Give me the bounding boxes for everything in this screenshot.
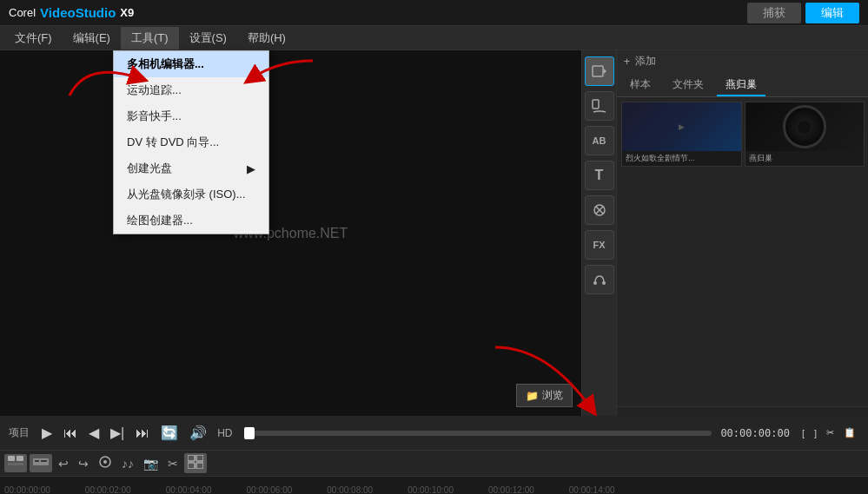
step-back-button[interactable]: ◀ <box>85 423 103 443</box>
tl-undo-btn[interactable]: ↩ <box>55 455 72 472</box>
svg-rect-16 <box>188 463 195 469</box>
add-media-btn[interactable]: + 添加 <box>624 54 656 69</box>
svg-rect-6 <box>8 456 15 461</box>
menu-motion-track[interactable]: 运动追踪... <box>114 77 268 103</box>
svg-rect-2 <box>593 100 599 109</box>
preview-area: www.pchome.NET <box>0 50 581 416</box>
thumb-label-2: 燕归巢 <box>745 151 865 166</box>
thumb-img-1: ▶ <box>622 102 741 151</box>
app-logo: Corel VideoStudio X9 <box>9 5 134 20</box>
svg-rect-15 <box>196 455 203 461</box>
step-forward-button[interactable]: ▶| <box>107 423 128 443</box>
media-thumb-2[interactable]: 燕归巢 <box>745 102 865 167</box>
logo-corel: Corel <box>9 6 36 19</box>
hd-label: HD <box>217 427 232 439</box>
svg-rect-11 <box>41 460 47 462</box>
browse-button[interactable]: 📁 浏览 <box>516 384 573 407</box>
rt-audio2-btn[interactable] <box>585 265 614 294</box>
thumb-label-1: 烈火如歌全剧情节... <box>622 151 741 166</box>
rt-video-btn[interactable] <box>585 56 614 86</box>
tl-multi-btn[interactable] <box>184 453 207 473</box>
in-out-controls: [ ] ✂ 📋 <box>798 425 859 440</box>
rt-fx-btn[interactable]: FX <box>585 230 614 260</box>
progress-bar[interactable] <box>244 431 712 436</box>
rt-ab-text-btn[interactable]: AB <box>585 126 614 155</box>
label-items: 项目 <box>9 425 30 440</box>
rt-text-btn[interactable]: T <box>585 161 614 190</box>
svg-rect-10 <box>35 460 39 462</box>
progress-thumb <box>244 427 255 439</box>
menu-create-disc[interactable]: 创建光盘 ▶ <box>114 155 268 181</box>
tab-folder[interactable]: 文件夹 <box>664 75 712 96</box>
svg-marker-1 <box>604 69 606 74</box>
add-row: + 添加 <box>617 50 868 72</box>
menu-paint[interactable]: 绘图创建器... <box>114 207 268 234</box>
mark-out-button[interactable]: ] <box>811 425 820 440</box>
loop-button[interactable]: 🔄 <box>157 423 182 443</box>
play-button[interactable]: ▶ <box>38 423 56 443</box>
tl-audio-btn[interactable]: ♪♪ <box>118 455 137 472</box>
svg-rect-14 <box>188 455 195 461</box>
right-toolbar: AB T FX <box>582 50 617 416</box>
tl-split-btn[interactable]: ✂ <box>164 455 182 472</box>
svg-point-13 <box>103 460 107 464</box>
svg-rect-0 <box>593 66 603 76</box>
next-frame-button[interactable]: ⏭ <box>132 424 153 443</box>
menu-help[interactable]: 帮助(H) <box>237 27 296 49</box>
menu-settings[interactable]: 设置(S) <box>179 27 237 49</box>
cut-button[interactable]: ✂ <box>823 425 838 440</box>
timeline-ruler: 00:00:00:00 00:00:02:00 00:00:04:00 00:0… <box>0 477 868 494</box>
tl-video-track-btn[interactable] <box>4 454 27 472</box>
menu-instant[interactable]: 影音快手... <box>114 103 268 129</box>
menu-dv-dvd[interactable]: DV 转 DVD 向导... <box>114 129 268 155</box>
tl-effect-btn[interactable] <box>95 453 116 473</box>
timeline-area: ↩ ↪ ♪♪ 📷 ✂ 00:00:00:00 00:00:02:00 00:00… <box>0 451 868 494</box>
tl-snapshot-btn[interactable]: 📷 <box>140 455 162 472</box>
thumb-img-2 <box>745 102 865 151</box>
edit-button[interactable]: 编辑 <box>805 3 859 23</box>
browse-area: 📁 浏览 <box>617 406 868 416</box>
tl-redo-btn[interactable]: ↪ <box>75 455 92 472</box>
prev-frame-button[interactable]: ⏮ <box>60 424 81 443</box>
svg-point-5 <box>602 281 606 285</box>
tl-subtitle-btn[interactable] <box>30 454 52 472</box>
menu-file[interactable]: 文件(F) <box>4 27 63 49</box>
mark-in-button[interactable]: [ <box>798 425 808 440</box>
tab-fav[interactable]: 燕归巢 <box>717 75 765 96</box>
title-buttons: 捕获 编辑 <box>747 3 859 23</box>
rt-transition-btn[interactable] <box>585 195 614 225</box>
svg-rect-17 <box>196 463 203 469</box>
right-content: AB T FX <box>582 50 868 416</box>
player-controls: 项目 ▶ ⏮ ◀ ▶| ⏭ 🔄 🔊 HD 00:00:00:00 [ ] ✂ 📋 <box>0 416 868 451</box>
logo-vs: VideoStudio <box>40 5 116 20</box>
timeline-toolbar: ↩ ↪ ♪♪ 📷 ✂ <box>0 451 868 477</box>
tab-sample[interactable]: 样本 <box>621 75 659 96</box>
volume-button[interactable]: 🔊 <box>186 423 210 443</box>
rt-audio-btn[interactable] <box>585 91 614 121</box>
media-grid: ▶ 烈火如歌全剧情节... 燕归巢 <box>617 97 868 406</box>
svg-rect-7 <box>17 456 23 461</box>
menu-edit[interactable]: 编辑(E) <box>63 27 121 49</box>
menu-multi-cam[interactable]: 多相机编辑器... <box>114 51 268 77</box>
svg-point-4 <box>593 281 597 285</box>
copy-button[interactable]: 📋 <box>840 425 859 440</box>
tools-dropdown-menu: 多相机编辑器... 运动追踪... 影音快手... DV 转 DVD 向导...… <box>113 50 269 234</box>
media-library: + 添加 样本 文件夹 燕归巢 ▶ <box>617 50 868 416</box>
time-display: 00:00:00:00 <box>720 427 789 439</box>
menu-disc-image[interactable]: 从光盘镜像刻录 (ISO)... <box>114 181 268 207</box>
menu-tools[interactable]: 工具(T) <box>121 27 179 49</box>
logo-x9: X9 <box>120 6 134 19</box>
svg-rect-8 <box>8 463 23 465</box>
media-thumb-1[interactable]: ▶ 烈火如歌全剧情节... <box>621 102 742 167</box>
right-panel: AB T FX <box>581 50 868 416</box>
menu-bar: 文件(F) 编辑(E) 工具(T) 设置(S) 帮助(H) <box>0 26 868 50</box>
title-bar: Corel VideoStudio X9 捕获 编辑 <box>0 0 868 26</box>
capture-button[interactable]: 捕获 <box>747 3 801 23</box>
media-tabs: 样本 文件夹 燕归巢 <box>617 72 868 97</box>
